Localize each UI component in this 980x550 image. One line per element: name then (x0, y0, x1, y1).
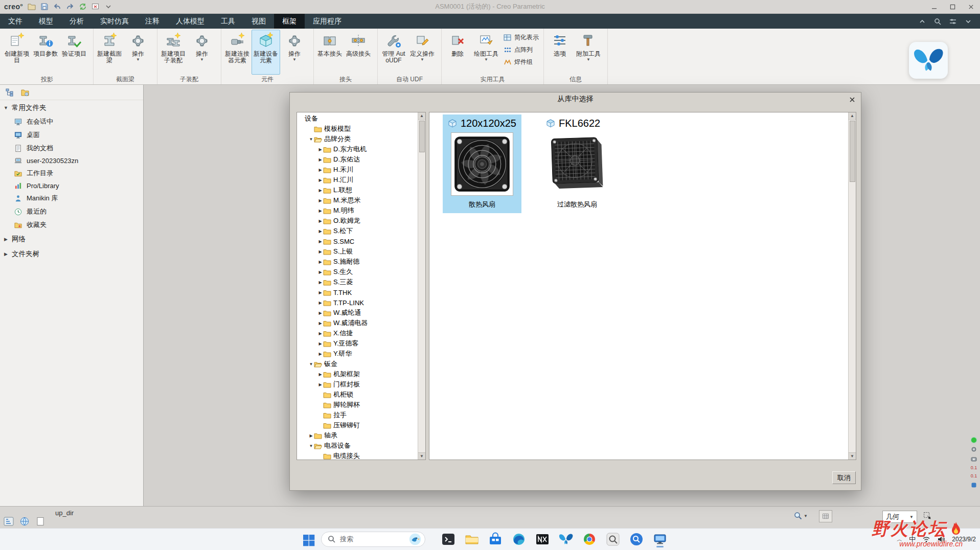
library-tree-node[interactable]: ▶ M.米思米 (297, 195, 417, 205)
tray-chevron[interactable]: ︿ (897, 536, 902, 543)
tree-toggle-icon[interactable] (4, 517, 14, 526)
ribbon-tab[interactable]: 模型 (31, 14, 61, 29)
camera-small-icon[interactable] (971, 456, 977, 462)
ribbon-tab[interactable]: 应用程序 (305, 14, 350, 29)
dialog-close-button[interactable] (847, 95, 857, 104)
navigator-item[interactable]: 桌面 (0, 128, 143, 142)
library-tree-node[interactable]: ▶ D.东方电机 (297, 144, 417, 154)
ribbon-button[interactable]: 附加工具 ▼ (574, 30, 603, 75)
taskbar-app[interactable] (558, 531, 574, 548)
gear-small-icon[interactable] (971, 446, 977, 452)
navigator-item[interactable]: Manikin 库 (0, 192, 143, 205)
web-page-icon[interactable] (19, 517, 30, 526)
ribbon-button[interactable]: 验证项目 ▼ (60, 30, 88, 75)
library-tree-node[interactable]: ▼ 品牌分类 (297, 134, 417, 144)
scroll-up-button[interactable]: ▲ (849, 112, 856, 120)
library-tree-node[interactable]: 模板模型 (297, 124, 417, 134)
blue-chip-icon[interactable] (971, 482, 977, 488)
navigator-item[interactable]: 我的文档 (0, 142, 143, 155)
window-control[interactable] (943, 0, 962, 13)
library-tree-node[interactable]: ▶ H.禾川 (297, 165, 417, 175)
navigator-section-header[interactable]: ▶ 网络 (0, 232, 143, 246)
library-tree-node[interactable]: ▶ S.施耐德 (297, 257, 417, 267)
find-tool-button[interactable]: ▼ (794, 512, 808, 520)
ribbon-button[interactable]: 定义操作 ▼ (408, 30, 437, 75)
library-tree-node[interactable]: ▶ S.SMC (297, 236, 417, 246)
window-control[interactable] (925, 0, 943, 13)
library-item[interactable]: FKL6622 过滤散热风扇 (541, 114, 613, 213)
taskbar-app[interactable] (488, 531, 503, 548)
ribbon-button[interactable]: 管理 AutoUDF ▼ (379, 30, 408, 75)
library-tree-node[interactable]: ▶ Y.研华 (297, 349, 417, 359)
library-tree-node[interactable]: ▶ 门框封板 (297, 379, 417, 389)
tray-date[interactable]: 2023/9/2 (952, 536, 976, 543)
scroll-down-button[interactable]: ▼ (849, 452, 856, 460)
ribbon-button[interactable]: 新建截面梁 ▼ (95, 30, 124, 75)
ribbon-tab[interactable]: 注释 (137, 14, 168, 29)
save-icon[interactable] (40, 3, 49, 11)
library-tree-node[interactable]: 脚轮脚杯 (297, 400, 417, 410)
taskbar-app[interactable] (629, 531, 644, 548)
ribbon-button[interactable]: 操作 ▼ (188, 30, 216, 75)
ribbon-tab[interactable]: 实时仿真 (92, 14, 137, 29)
ribbon-button[interactable]: 基本接头 ▼ (315, 30, 344, 75)
library-tree-node[interactable]: ▶ Y.亚德客 (297, 338, 417, 349)
library-tree-node[interactable]: 电缆接头 (297, 451, 417, 460)
ribbon-button[interactable]: 新建设备元素 ▼ (252, 30, 280, 75)
library-tree-node[interactable]: ▶ M.明纬 (297, 205, 417, 216)
navigator-item[interactable]: 在会话中 (0, 115, 143, 128)
ribbon-button[interactable]: 操作 ▼ (280, 30, 309, 75)
redo-icon[interactable] (66, 3, 74, 11)
library-tree-node[interactable]: ▶ W.威浦电器 (297, 318, 417, 328)
window-control[interactable] (962, 0, 980, 13)
ribbon-tab[interactable]: 分析 (61, 14, 92, 29)
library-tree-node[interactable]: ▶ S.三菱 (297, 277, 417, 287)
taskbar-app[interactable] (535, 531, 550, 548)
ribbon-tab[interactable]: 视图 (243, 14, 274, 29)
ribbon-small-button[interactable]: 焊件组 (502, 57, 540, 67)
ribbon-button[interactable]: 创建新项目 ▼ (3, 30, 31, 75)
navigator-item[interactable]: 收藏夹 (0, 218, 143, 232)
library-tree-node[interactable]: ▶ D.东佑达 (297, 154, 417, 165)
taskbar-app[interactable] (605, 531, 621, 548)
library-tree-node[interactable]: 机柜锁 (297, 389, 417, 400)
taskbar-app[interactable] (441, 531, 456, 548)
ribbon-tab[interactable]: 人体模型 (168, 14, 213, 29)
ribbon-button[interactable]: 删除 ▼ (443, 30, 472, 75)
ribbon-button[interactable]: 新建连接器元素 ▼ (223, 30, 252, 75)
open-folder-icon[interactable] (28, 3, 36, 11)
model-tree-icon[interactable] (5, 88, 14, 97)
ribbon-button[interactable]: 新建项目子装配 ▼ (159, 30, 188, 75)
tree-scrollbar[interactable]: ▲ ▼ (418, 112, 425, 460)
close-window-icon[interactable] (92, 3, 100, 11)
scroll-up-button[interactable]: ▲ (418, 112, 425, 120)
library-tree-node[interactable]: ▶ T.TP-LINK (297, 297, 417, 308)
ribbon-button[interactable]: 操作 ▼ (124, 30, 152, 75)
library-tree-node[interactable]: ▶ S.上银 (297, 246, 417, 257)
folder-browser-icon[interactable] (20, 88, 30, 97)
ime-indicator[interactable]: 中 (909, 535, 916, 544)
library-tree-node[interactable]: 拉手 (297, 410, 417, 420)
cancel-button[interactable]: 取消 (832, 471, 856, 484)
library-tree-node[interactable]: ▶ W.威纶通 (297, 308, 417, 318)
library-tree-node[interactable]: ▶ T.THK (297, 287, 417, 297)
library-tree-node[interactable]: 压铆铆钉 (297, 420, 417, 430)
navigator-section-header[interactable]: ▼ 常用文件夹 (0, 100, 143, 115)
library-tree-node[interactable]: ▶ O.欧姆龙 (297, 216, 417, 226)
library-tree-node[interactable]: 设备 (297, 113, 417, 124)
ribbon-button[interactable]: 高级接头 ▼ (344, 30, 373, 75)
customize-arrow-icon[interactable] (104, 3, 112, 11)
items-scrollbar[interactable]: ▲ ▼ (848, 112, 856, 460)
library-tree-node[interactable]: ▶ S.生久 (297, 267, 417, 277)
library-tree-node[interactable]: ▼ 钣金 (297, 359, 417, 369)
taskbar-app[interactable] (582, 531, 597, 548)
taskbar-app[interactable] (464, 531, 480, 548)
ribbon-button[interactable]: 绘图工具 ▼ (472, 30, 500, 75)
search-icon[interactable] (934, 18, 941, 25)
navigator-item[interactable]: 最近的 (0, 205, 143, 218)
navigator-item[interactable]: 工作目录 (0, 167, 143, 180)
library-tree-node[interactable]: ▶ 机架框架 (297, 369, 417, 379)
grid-view-button[interactable] (819, 510, 832, 522)
ribbon-button[interactable]: 选项 ▼ (545, 30, 574, 75)
ribbon-tab[interactable]: 工具 (213, 14, 243, 29)
